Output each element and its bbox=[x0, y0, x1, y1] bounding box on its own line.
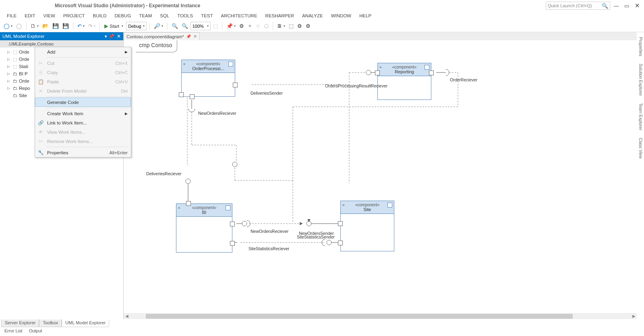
ctx-create-work-item[interactable]: Create Work Item▶ bbox=[35, 109, 131, 118]
context-menu: Add▶ ✂CutCtrl+X ⎘CopyCtrl+C 📋PasteCtrl+V… bbox=[35, 47, 131, 158]
chevron-icon[interactable]: « bbox=[178, 205, 180, 210]
panel-dropdown-icon[interactable]: ▾ bbox=[105, 34, 107, 39]
port[interactable] bbox=[186, 201, 191, 206]
diagram-designer[interactable]: cmp Contoso bbox=[124, 40, 637, 319]
config-dropdown[interactable]: Debug▾ bbox=[126, 22, 146, 30]
new-project-button[interactable]: 🗋▾ bbox=[29, 22, 40, 31]
port[interactable] bbox=[230, 241, 235, 246]
gear-button[interactable]: ⚙ bbox=[296, 22, 303, 31]
port[interactable] bbox=[179, 92, 184, 97]
scroll-left-icon[interactable]: ◀ bbox=[124, 313, 130, 319]
component-site[interactable]: ««component»Site bbox=[340, 201, 394, 251]
open-button[interactable]: 📂 bbox=[41, 22, 50, 31]
ctx-copy: ⎘CopyCtrl+C bbox=[35, 68, 131, 77]
component-orderprocessing[interactable]: ««component»OrderProcessi... bbox=[181, 60, 235, 97]
zoom-dropdown[interactable]: 100%▾ bbox=[191, 22, 211, 30]
label: SiteStatisticsSender bbox=[297, 234, 335, 239]
menu-help[interactable]: HELP bbox=[356, 12, 375, 19]
component-icon bbox=[387, 203, 392, 207]
chevron-icon[interactable]: « bbox=[183, 62, 186, 66]
chevron-icon[interactable]: « bbox=[342, 203, 345, 207]
component-icon bbox=[226, 205, 230, 210]
port[interactable] bbox=[338, 221, 343, 226]
menu-window[interactable]: WINDOW bbox=[327, 12, 355, 19]
menu-test[interactable]: TEST bbox=[197, 12, 216, 19]
redo-button[interactable]: ↷▾ bbox=[87, 22, 97, 31]
ctx-link-work-item[interactable]: 🔗Link to Work Item... bbox=[35, 118, 131, 127]
tab-uml-explorer[interactable]: UML Model Explorer bbox=[62, 319, 109, 327]
start-button[interactable]: ▶Start▾ bbox=[103, 22, 125, 31]
label: NewOrdersReciever bbox=[251, 229, 289, 234]
scroll-thumb[interactable] bbox=[146, 314, 573, 319]
svg-point-27 bbox=[327, 240, 331, 245]
ctx-generate-code[interactable]: Generate Code bbox=[35, 97, 131, 107]
menu-debug[interactable]: DEBUG bbox=[111, 12, 135, 19]
menu-file[interactable]: FILE bbox=[3, 12, 20, 19]
label: OrdersProcessingResultReciever bbox=[325, 83, 387, 88]
menu-team[interactable]: TEAM bbox=[135, 12, 155, 19]
restore-button[interactable]: ▭ bbox=[622, 1, 631, 10]
menu-architecture[interactable]: ARCHITECTURE bbox=[217, 12, 261, 19]
port[interactable] bbox=[233, 83, 238, 87]
tool-button-4[interactable]: ☆ bbox=[255, 22, 262, 31]
port[interactable] bbox=[190, 94, 195, 99]
window-button[interactable]: ⬚ bbox=[288, 22, 295, 31]
menu-edit[interactable]: EDIT bbox=[21, 12, 39, 19]
tab-team-explorer[interactable]: Team Explorer bbox=[637, 101, 644, 133]
document-tab[interactable]: Contoso.componentdiagram* 📌 ✕ bbox=[124, 32, 200, 40]
save-all-button[interactable]: 💾 bbox=[61, 22, 70, 31]
menu-analyze[interactable]: ANALYZE bbox=[298, 12, 327, 19]
port[interactable] bbox=[429, 71, 434, 75]
delete-icon: ✕ bbox=[37, 88, 44, 94]
panel-close-button[interactable]: ✕ bbox=[117, 33, 121, 39]
tab-toolbox[interactable]: Toolbox bbox=[39, 319, 62, 327]
settings-button[interactable]: ⚙ bbox=[304, 22, 312, 31]
port[interactable] bbox=[338, 241, 343, 245]
tab-class-view[interactable]: Class View bbox=[637, 135, 644, 161]
back-button[interactable]: ◯▾ bbox=[2, 22, 14, 31]
save-button[interactable]: 💾 bbox=[51, 22, 60, 31]
menu-build[interactable]: BUILD bbox=[89, 12, 110, 19]
scroll-right-icon[interactable]: ▶ bbox=[631, 313, 637, 319]
component-reporting[interactable]: ««component»Reporting bbox=[377, 63, 431, 100]
tab-output[interactable]: Output bbox=[26, 328, 46, 335]
ctx-properties[interactable]: 🔧PropertiesAlt+Enter bbox=[35, 148, 131, 157]
tool-button-5[interactable]: ⬡ bbox=[263, 22, 270, 31]
horizontal-scrollbar[interactable]: ◀ ▶ bbox=[124, 313, 637, 319]
quick-launch-placeholder: Quick Launch (Ctrl+Q) bbox=[548, 3, 592, 8]
ctx-add[interactable]: Add▶ bbox=[35, 47, 131, 56]
component-icon bbox=[425, 65, 429, 70]
tab-properties[interactable]: Properties bbox=[637, 35, 644, 59]
zoom-in-button[interactable]: 🔍 bbox=[170, 22, 179, 31]
tab-error-list[interactable]: Error List bbox=[1, 328, 26, 335]
undo-button[interactable]: ↶▾ bbox=[76, 22, 86, 31]
tool-button[interactable]: 📌▾ bbox=[225, 22, 237, 31]
tab-close-button[interactable]: ✕ bbox=[193, 34, 197, 39]
zoom-out-button[interactable]: 🔍 bbox=[180, 22, 189, 31]
pin-icon[interactable]: 📌 bbox=[186, 34, 191, 39]
doc-button[interactable]: 🗎▾ bbox=[276, 22, 286, 31]
tool-button-3[interactable]: ✦ bbox=[246, 22, 253, 31]
menu-resharper[interactable]: RESHARPER bbox=[262, 12, 298, 19]
search-icon: 🔍 bbox=[602, 3, 608, 9]
minimize-button[interactable]: — bbox=[612, 1, 621, 10]
find-button[interactable]: 🔎▾ bbox=[153, 22, 164, 31]
menu-project[interactable]: PROJECT bbox=[60, 12, 89, 19]
chevron-icon[interactable]: « bbox=[379, 65, 382, 69]
forward-button[interactable]: ◯ bbox=[15, 22, 23, 31]
port[interactable] bbox=[230, 222, 235, 226]
copy-icon: ⎘ bbox=[37, 70, 44, 75]
quick-launch-input[interactable]: Quick Launch (Ctrl+Q) 🔍 bbox=[546, 2, 610, 10]
tab-solution-explorer[interactable]: Solution Explorer bbox=[637, 61, 644, 98]
layout-button[interactable]: ⬚ bbox=[212, 22, 219, 31]
menu-sql[interactable]: SQL bbox=[156, 12, 173, 19]
tool-button-2[interactable]: ⚙ bbox=[238, 22, 245, 31]
tab-server-explorer[interactable]: Server Explorer bbox=[1, 319, 39, 327]
close-button[interactable]: ✕ bbox=[633, 1, 642, 10]
menu-view[interactable]: VIEW bbox=[40, 12, 59, 19]
menu-tools[interactable]: TOOLS bbox=[174, 12, 197, 19]
panel-header[interactable]: UML Model Explorer ▾ 📌 ✕ bbox=[0, 32, 123, 40]
component-bi[interactable]: ««component»BI bbox=[176, 203, 232, 253]
port[interactable] bbox=[375, 71, 380, 75]
panel-pin-icon[interactable]: 📌 bbox=[109, 34, 114, 39]
